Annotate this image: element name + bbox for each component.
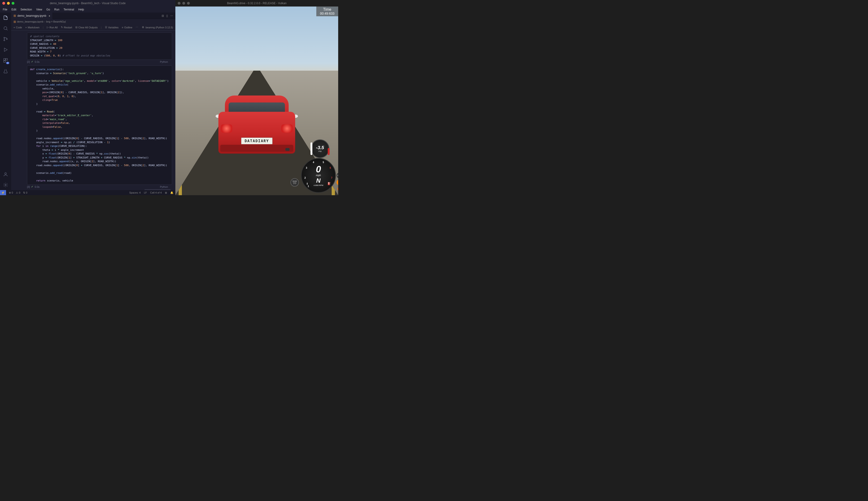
exec-time: 0.0s (35, 185, 40, 188)
psi-value: -3.5 (316, 145, 324, 150)
notebook-icon: ⊞ (13, 14, 16, 18)
cell-language[interactable]: Python (160, 61, 168, 63)
notifications-icon[interactable]: 🔔 (170, 191, 174, 194)
time-value: 00:49:633 (320, 12, 334, 15)
remote-button[interactable]: ⚡ (0, 190, 6, 195)
clear-outputs-button[interactable]: ⊟ Clear All Outputs (75, 26, 98, 29)
extensions-icon[interactable]: 3 (2, 57, 9, 64)
game-viewport[interactable]: DATADIARY Time 00:49:633 -3.5 PSI 1 2 3 … (175, 7, 338, 195)
activity-bar: 3 (0, 12, 11, 190)
exec-count: [2] (27, 61, 30, 63)
cell-input[interactable]: def create_scenario(): scenario = Scenar… (27, 65, 172, 185)
add-code-button[interactable]: + Code (13, 26, 22, 29)
tab-notebook[interactable]: ⊞ demo_beamngpy.ipynb ● (11, 12, 53, 19)
code-cell-2[interactable]: def create_scenario(): scenario = Scenar… (12, 65, 174, 188)
menu-selection[interactable]: Selection (19, 8, 34, 12)
menu-terminal[interactable]: Terminal (62, 8, 76, 12)
taillight-left (221, 124, 232, 133)
svg-line-1 (7, 29, 8, 30)
notebook-body[interactable]: # spatial constants STRAIGHT_LENGTH = 10… (11, 31, 175, 190)
code-cell-1[interactable]: # spatial constants STRAIGHT_LENGTH = 10… (12, 33, 174, 63)
time-label: Time (320, 8, 334, 12)
eol-indicator[interactable]: LF (144, 191, 147, 194)
minimize-window-button[interactable] (7, 2, 10, 5)
layout-icon[interactable]: ⊞ (165, 191, 167, 194)
ports-count[interactable]: ⇅ 0 (23, 191, 27, 194)
close-window-button[interactable] (2, 2, 5, 5)
variables-button[interactable]: ☰ Variables (105, 26, 119, 29)
boost-gauge: -3.5 PSI (311, 139, 330, 158)
kernel-icon: ⚙ (142, 26, 144, 29)
svg-point-4 (6, 39, 8, 40)
beamng-title: BeamNG.drive - 0.32.2.0.0 - RELEASE - Vu… (227, 2, 286, 5)
rear-bumper (220, 145, 293, 152)
menu-run[interactable]: Run (52, 8, 61, 12)
breadcrumb[interactable]: ⊞ demo_beamngpy.ipynb › bng = BeamNGy( (11, 19, 175, 24)
cell-action-bar: ▷ ⇱ ⇲ ⊟ ⋯ 🗑 (144, 189, 171, 190)
beamng-titlebar: BeamNG.drive - 0.32.2.0.0 - RELEASE - Vu… (175, 0, 338, 7)
kernel-name: beamng (Python 3.12.5) (146, 26, 173, 29)
kernel-indicator[interactable]: ⚙ beamng (Python 3.12.5) (142, 26, 173, 29)
menubar: File Edit Selection View Go Run Terminal… (0, 7, 175, 12)
exec-count: [3] (27, 185, 30, 188)
compare-icon[interactable]: ⊟ (161, 14, 164, 18)
license-plate: DATADIARY (241, 138, 273, 144)
cell-input[interactable]: # spatial constants STRAIGHT_LENGTH = 10… (27, 33, 172, 60)
breadcrumb-file[interactable]: demo_beamngpy.ipynb (17, 20, 43, 23)
cell-language[interactable]: Python (160, 185, 168, 188)
cell-indicator[interactable]: Cell 4 of 4 (150, 191, 161, 194)
minimize-window-button[interactable] (182, 2, 185, 5)
menu-view[interactable]: View (34, 8, 44, 12)
testing-icon[interactable] (2, 68, 9, 74)
menu-edit[interactable]: Edit (10, 8, 18, 12)
explorer-icon[interactable] (2, 14, 9, 21)
cell-footer: [3] ✓ 0.0s Python (23, 185, 172, 188)
tab-actions: ⊟ ▯ ⋯ (161, 14, 175, 18)
outline-button[interactable]: ≡ Outline (122, 26, 132, 29)
indicator-stack: ABS P (336, 173, 338, 185)
tacho-ticks: 1 2 3 4 5 6 7 (302, 159, 335, 192)
svg-rect-8 (4, 61, 6, 62)
car-body: DATADIARY (218, 112, 295, 153)
beamng-traffic-lights (178, 2, 190, 5)
menu-go[interactable]: Go (44, 8, 52, 12)
window-title: demo_beamngpy.ipynb - BeamNG_tech - Visu… (50, 2, 126, 5)
restart-button[interactable]: ↻ Restart (61, 26, 72, 29)
statusbar: ⚡ ⊗ 0 ⚠ 0 ⇅ 0 Spaces: 4 LF Cell 4 of 4 ⊞… (0, 190, 175, 195)
tab-dirty-indicator[interactable]: ● (49, 14, 50, 18)
success-icon: ✓ (31, 60, 33, 63)
run-debug-icon[interactable] (2, 46, 9, 53)
main-area: 3 ⊞ demo_beamngpy.ipynb ● ⊟ ▯ ⋯ (0, 12, 175, 190)
tabbar: ⊞ demo_beamngpy.ipynb ● ⊟ ▯ ⋯ (11, 12, 175, 19)
notebook-toolbar: + Code + Markdown | ▷ Run All ↻ Restart … (11, 24, 175, 31)
gauge-cluster: -3.5 PSI 1 2 3 4 5 6 7 0 mph N x1000 RPM… (289, 139, 336, 193)
maximize-window-button[interactable] (12, 2, 14, 5)
svg-point-0 (4, 27, 7, 30)
settings-icon[interactable] (2, 182, 9, 188)
source-control-icon[interactable] (2, 36, 9, 42)
errors-count[interactable]: ⊗ 0 (9, 191, 13, 194)
search-icon[interactable] (2, 25, 9, 32)
psi-unit: PSI (318, 150, 322, 152)
spaces-indicator[interactable]: Spaces: 4 (129, 191, 141, 194)
toolbar-more-button[interactable]: ⋯ (136, 26, 138, 29)
extensions-badge: 3 (6, 62, 9, 64)
warnings-count[interactable]: ⚠ 0 (16, 191, 20, 194)
menu-help[interactable]: Help (76, 8, 86, 12)
maximize-window-button[interactable] (187, 2, 190, 5)
close-window-button[interactable] (178, 2, 180, 5)
more-icon[interactable]: ⋯ (170, 14, 173, 18)
svg-point-9 (5, 173, 6, 174)
menu-file[interactable]: File (1, 8, 9, 12)
vscode-window: demo_beamngpy.ipynb - BeamNG_tech - Visu… (0, 0, 175, 195)
split-icon[interactable]: ▯ (166, 14, 168, 18)
fuel-icon: ⛽ (327, 182, 331, 185)
add-markdown-button[interactable]: + Markdown (25, 26, 40, 29)
run-all-button[interactable]: ▷ Run All (47, 26, 58, 29)
breadcrumb-symbol[interactable]: bng = BeamNGy( (46, 20, 66, 23)
accounts-icon[interactable] (2, 171, 9, 178)
notebook-icon: ⊞ (13, 20, 16, 23)
time-overlay: Time 00:49:633 (316, 7, 338, 16)
titlebar: demo_beamngpy.ipynb - BeamNG_tech - Visu… (0, 0, 175, 7)
editor-area: ⊞ demo_beamngpy.ipynb ● ⊟ ▯ ⋯ ⊞ demo_bea… (11, 12, 175, 190)
